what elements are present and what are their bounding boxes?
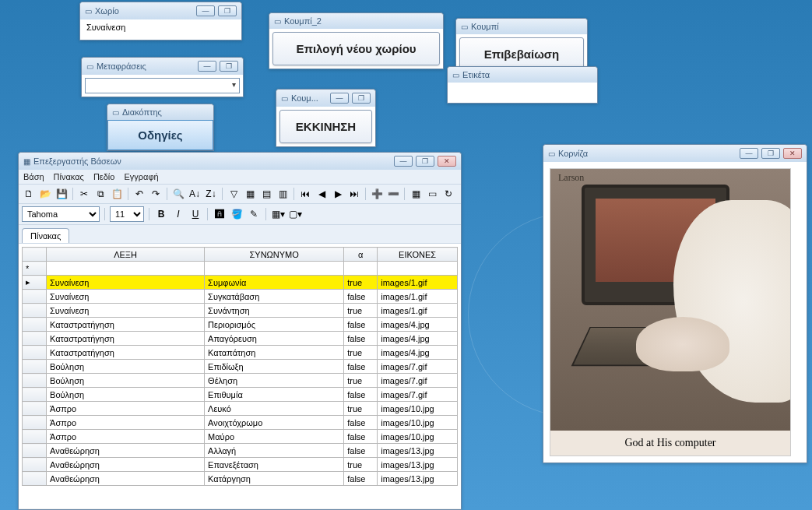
table-row[interactable]: ΑναθεώρησηΚατάργησηfalseimages/13.jpg xyxy=(23,472,458,486)
menu-field[interactable]: Πεδίο xyxy=(93,172,115,181)
window-titlebar-metafraseis[interactable]: ▭ Μεταφράσεις — ❐ xyxy=(82,58,243,75)
cell-syn[interactable]: Αλλαγή xyxy=(205,444,344,458)
maximize-button[interactable]: ❐ xyxy=(218,5,237,16)
col-synonymo[interactable]: ΣΥΝΩΝΥΜΟ xyxy=(205,248,344,262)
row-marker[interactable] xyxy=(23,430,47,444)
filter-icon[interactable]: ▽ xyxy=(227,187,241,201)
row-marker[interactable] xyxy=(23,290,47,304)
row-marker[interactable]: ▸ xyxy=(23,276,47,290)
underline-icon[interactable]: U xyxy=(188,207,202,221)
prev-icon[interactable]: ◀ xyxy=(315,187,329,201)
table-row[interactable]: ΆσπροΜαύροfalseimages/10.jpg xyxy=(23,430,458,444)
cell-img[interactable]: images/10.jpg xyxy=(378,402,458,416)
cell-a[interactable]: true xyxy=(344,304,378,318)
cell-a[interactable]: true xyxy=(344,402,378,416)
cell-a[interactable]: false xyxy=(344,430,378,444)
cell-lex[interactable]: Συναίνεση xyxy=(47,290,205,304)
maximize-button[interactable]: ❐ xyxy=(352,93,371,104)
cell-a[interactable]: false xyxy=(344,290,378,304)
line-color-icon[interactable]: ✎ xyxy=(247,207,261,221)
row-marker[interactable] xyxy=(23,458,47,472)
cell-lex[interactable]: Αναθεώρηση xyxy=(47,444,205,458)
translations-combo[interactable] xyxy=(85,78,240,93)
table-row[interactable]: ΆσπροΑνοιχτόχρωμοfalseimages/10.jpg xyxy=(23,416,458,430)
menu-table[interactable]: Πίνακας xyxy=(54,172,84,181)
data-grid[interactable]: ΛΕΞΗ ΣΥΝΩΝΥΜΟ α ΕΙΚΟΝΕΣ * ▸ΣυναίνεσηΣυμφ… xyxy=(22,247,458,486)
minimize-button[interactable]: — xyxy=(196,5,215,16)
cell-syn[interactable]: Μαύρο xyxy=(205,430,344,444)
cell-img[interactable]: images/1.gif xyxy=(378,304,458,318)
table-row[interactable]: ΣυναίνεσηΣυγκατάβασηfalseimages/1.gif xyxy=(23,290,458,304)
table-row[interactable]: ΒούλησηΘέλησηtrueimages/7.gif xyxy=(23,374,458,388)
window-titlebar-diakoptis[interactable]: ▭ Διακόπτης xyxy=(107,104,213,120)
grid2-icon[interactable]: ▤ xyxy=(259,187,273,201)
row-marker[interactable] xyxy=(23,388,47,402)
cell-lex[interactable]: Άσπρο xyxy=(47,416,205,430)
cell-lex[interactable]: Άσπρο xyxy=(47,430,205,444)
cell-lex[interactable]: Συναίνεση xyxy=(47,276,205,290)
window-titlebar-koumpi[interactable]: ▭ Κουμπί xyxy=(456,19,587,34)
cell-syn[interactable]: Ανοιχτόχρωμο xyxy=(205,416,344,430)
cell-img[interactable]: images/10.jpg xyxy=(378,416,458,430)
cell-syn[interactable]: Επανεξέταση xyxy=(205,458,344,472)
row-marker[interactable] xyxy=(23,346,47,360)
cell-lex[interactable]: Βούληση xyxy=(47,360,205,374)
minimize-button[interactable]: — xyxy=(198,61,216,72)
fill-color-icon[interactable]: 🪣 xyxy=(230,207,244,221)
menu-record[interactable]: Εγγραφή xyxy=(124,172,158,181)
cell-img[interactable]: images/4.jpg xyxy=(378,318,458,332)
minimize-button[interactable]: — xyxy=(740,148,758,159)
form-view-icon[interactable]: ▭ xyxy=(425,187,439,201)
cell-syn[interactable]: Επιθυμία xyxy=(205,388,344,402)
sort-asc-icon[interactable]: A↓ xyxy=(188,187,202,201)
size-select[interactable]: 11 xyxy=(110,206,144,222)
table-row[interactable]: ΚαταστρατήγησηΠεριορισμόςfalseimages/4.j… xyxy=(23,318,458,332)
cell-lex[interactable]: Άσπρο xyxy=(47,402,205,416)
borders-icon[interactable]: ▢▾ xyxy=(288,207,302,221)
cell-syn[interactable]: Καταπάτηση xyxy=(205,346,344,360)
col-lexi[interactable]: ΛΕΞΗ xyxy=(47,248,205,262)
window-titlebar-korniza[interactable]: ▭ Κορνίζα — ❐ ✕ xyxy=(543,145,807,162)
row-marker[interactable] xyxy=(23,374,47,388)
cell-a[interactable]: false xyxy=(344,332,378,346)
italic-icon[interactable]: I xyxy=(171,207,185,221)
find-icon[interactable]: 🔍 xyxy=(171,187,185,201)
cell-lex[interactable]: Καταστρατήγηση xyxy=(47,318,205,332)
maximize-button[interactable]: ❐ xyxy=(416,156,434,167)
cell-img[interactable]: images/4.jpg xyxy=(378,346,458,360)
table-row[interactable]: ΒούλησηΕπιδίωξηfalseimages/7.gif xyxy=(23,360,458,374)
cell-syn[interactable]: Συμφωνία xyxy=(205,276,344,290)
cell-lex[interactable]: Συναίνεση xyxy=(47,304,205,318)
window-titlebar-koum[interactable]: ▭ Κουμ... — ❐ xyxy=(276,90,375,107)
cell-syn[interactable]: Απαγόρευση xyxy=(205,332,344,346)
window-titlebar-etiketa[interactable]: ▭ Ετικέτα xyxy=(448,67,597,83)
cell-img[interactable]: images/13.jpg xyxy=(378,444,458,458)
open-icon[interactable]: 📂 xyxy=(38,187,52,201)
last-icon[interactable]: ⏭ xyxy=(347,187,361,201)
bold-icon[interactable]: B xyxy=(154,207,168,221)
cell-syn[interactable]: Περιορισμός xyxy=(205,318,344,332)
close-button[interactable]: ✕ xyxy=(438,156,456,167)
redo-icon[interactable]: ↷ xyxy=(149,187,163,201)
cell-img[interactable]: images/1.gif xyxy=(378,276,458,290)
grid3-icon[interactable]: ▥ xyxy=(276,187,290,201)
col-a[interactable]: α xyxy=(344,248,378,262)
add-icon[interactable]: ➕ xyxy=(370,187,384,201)
table-row[interactable]: ΒούλησηΕπιθυμίαfalseimages/7.gif xyxy=(23,388,458,402)
copy-icon[interactable]: ⧉ xyxy=(93,187,107,201)
close-button[interactable]: ✕ xyxy=(783,148,802,159)
window-titlebar-xorio[interactable]: ▭ Χωρίο — ❐ xyxy=(80,2,241,19)
maximize-button[interactable]: ❐ xyxy=(761,148,780,159)
new-icon[interactable]: 🗋 xyxy=(22,187,36,201)
cell-a[interactable]: false xyxy=(344,444,378,458)
minimize-button[interactable]: — xyxy=(330,93,349,104)
cell-syn[interactable]: Συγκατάβαση xyxy=(205,290,344,304)
cell-syn[interactable]: Κατάργηση xyxy=(205,472,344,486)
grid1-icon[interactable]: ▦ xyxy=(243,187,257,201)
col-eikones[interactable]: ΕΙΚΟΝΕΣ xyxy=(378,248,458,262)
cell-lex[interactable]: Αναθεώρηση xyxy=(47,472,205,486)
cell-img[interactable]: images/7.gif xyxy=(378,388,458,402)
maximize-button[interactable]: ❐ xyxy=(220,61,238,72)
cell-syn[interactable]: Συνάντηση xyxy=(205,304,344,318)
cell-a[interactable]: false xyxy=(344,472,378,486)
